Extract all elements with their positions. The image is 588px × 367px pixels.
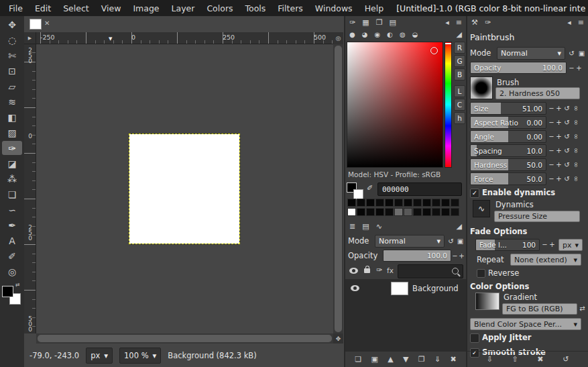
color-history-swatch[interactable] [385, 208, 394, 216]
crop-tool-button[interactable]: ⊡ [2, 64, 22, 78]
device-status-tab-icon[interactable]: ✑ [485, 18, 491, 27]
paths-tab-icon[interactable]: ∿ [376, 222, 382, 231]
restore-preset-button[interactable]: ⇧ [512, 355, 518, 364]
hardness-increase-icon[interactable]: + [555, 160, 563, 170]
layer-list[interactable]: Background [345, 279, 466, 352]
size-link-icon[interactable]: ∞ [573, 103, 580, 113]
paint-mode-select[interactable]: Normal ▾ [497, 47, 565, 60]
reset-options-button[interactable]: ↺ [563, 355, 569, 364]
channel-c-button[interactable]: C [454, 99, 465, 111]
angle-slider[interactable]: Angle 0.00 [470, 130, 546, 143]
brushes-tab-icon[interactable]: ✑ [349, 18, 355, 27]
spacing-slider[interactable]: Spacing 10.0 [470, 144, 546, 157]
menu-file[interactable]: File [3, 3, 29, 13]
color-history-swatch[interactable] [413, 199, 422, 207]
color-history-swatch[interactable] [413, 208, 422, 216]
hue-strip[interactable] [445, 42, 452, 168]
opacity-increase-icon[interactable]: + [458, 251, 465, 261]
layer-mode-select[interactable]: Normal ▾ [375, 235, 445, 248]
watercolor-selector-icon[interactable]: ◉ [374, 31, 380, 38]
color-history-swatch[interactable] [451, 208, 459, 216]
menu-filters[interactable]: Filters [272, 3, 308, 13]
navigation-button[interactable]: ✥ [333, 333, 343, 344]
paths-tool-button[interactable]: ✒ [2, 218, 22, 232]
vertical-ruler[interactable]: 250 0 250 500 [24, 44, 36, 333]
spacing-increase-icon[interactable]: + [555, 146, 563, 156]
layer-name[interactable]: Background [412, 284, 459, 293]
layer-visibility-icon[interactable] [351, 285, 359, 291]
legacy-mode-icon[interactable]: ▣ [578, 48, 585, 58]
dynamics-name-button[interactable]: Pressure Size [494, 211, 580, 222]
paintbrush-tool-button[interactable]: ✑ [2, 141, 22, 155]
fade-increase-icon[interactable]: + [548, 240, 556, 250]
angle-reset-icon[interactable]: ↺ [563, 132, 571, 142]
color-history-swatch[interactable] [347, 199, 356, 207]
fade-unit-select[interactable]: px ▾ [558, 239, 583, 251]
channel-l-button[interactable]: L [454, 85, 465, 97]
color-history-swatch[interactable] [432, 208, 440, 216]
layer-effects-icon[interactable]: fx [387, 266, 394, 274]
wheel-selector-icon[interactable]: ◐ [387, 31, 393, 38]
color-history-swatch[interactable] [404, 208, 412, 216]
force-decrease-icon[interactable]: − [548, 174, 555, 184]
force-reset-icon[interactable]: ↺ [563, 174, 571, 184]
color-history-swatch[interactable] [347, 208, 356, 216]
fade-decrease-icon[interactable]: − [541, 240, 548, 250]
menu-view[interactable]: View [95, 3, 127, 13]
clone-tool-button[interactable]: ❏ [2, 187, 22, 201]
force-increase-icon[interactable]: + [555, 174, 563, 184]
ruler-origin-button[interactable]: ▶ [24, 32, 36, 44]
patterns-tab-icon[interactable]: ▦ [362, 18, 369, 27]
tab-scroll-icon[interactable]: ◂ [567, 18, 571, 27]
color-history-swatch[interactable] [394, 199, 403, 207]
zoom-tool-button[interactable]: ◎ [2, 264, 22, 278]
free-select-tool-button[interactable]: ◌ [2, 33, 22, 47]
eyedropper-icon[interactable]: ✐ [367, 184, 373, 193]
dock-corner-tab-icon[interactable]: ◢ [457, 222, 462, 231]
aspect-reset-icon[interactable]: ↺ [563, 117, 571, 127]
color-history-swatch[interactable] [432, 199, 440, 207]
size-decrease-icon[interactable]: − [548, 103, 555, 113]
foreground-color-swatch[interactable] [2, 286, 13, 297]
opacity-increase-icon[interactable]: + [575, 63, 583, 73]
scissors-select-tool-button[interactable]: ✄ [2, 48, 22, 62]
hue-marker[interactable] [445, 43, 451, 44]
dock-menu-icon[interactable]: ≡ [578, 18, 584, 27]
new-layer-button[interactable]: ❏ [355, 355, 361, 364]
menu-colors[interactable]: Colors [200, 3, 239, 13]
canvas-viewport[interactable] [36, 44, 333, 333]
hex-color-input[interactable] [377, 182, 462, 196]
horizontal-ruler[interactable]: -250 0 250 500 ▼ [36, 32, 333, 44]
duplicate-layer-button[interactable]: ❐ [418, 355, 425, 364]
channel-g-button[interactable]: G [454, 55, 465, 67]
color-history-swatch[interactable] [394, 208, 403, 216]
size-reset-icon[interactable]: ↺ [563, 103, 571, 113]
images-tab-icon[interactable]: ▤ [390, 18, 396, 27]
enable-dynamics-label[interactable]: Enable dynamics [482, 188, 555, 197]
gradient-name-button[interactable]: FG to BG (RGB) [502, 303, 577, 315]
warp-transform-tool-button[interactable]: ≋ [2, 95, 22, 109]
color-history-swatch[interactable] [375, 199, 384, 207]
channel-b-button[interactable]: B [454, 68, 465, 81]
channel-h-button[interactable]: h [454, 112, 465, 124]
menu-help[interactable]: Help [359, 3, 390, 13]
reverse-checkbox[interactable] [477, 269, 485, 278]
lower-layer-button[interactable]: ▼ [403, 355, 408, 364]
new-group-button[interactable]: ▣ [371, 355, 377, 364]
tab-scroll-icon[interactable]: ◂ [445, 18, 449, 27]
apply-jitter-checkbox[interactable] [470, 333, 479, 343]
legacy-mode-icon[interactable]: ▣ [457, 236, 464, 246]
aspect-ratio-slider[interactable]: Aspect Ratio 0.00 [470, 116, 546, 129]
menu-image[interactable]: Image [127, 3, 165, 13]
blend-color-space-select[interactable]: Blend Color Space Per... ▾ [470, 318, 581, 330]
cmyk-selector-icon[interactable]: ◕ [362, 31, 368, 38]
force-slider[interactable]: Force 50.0 [470, 172, 546, 185]
vertical-scrollbar-thumb[interactable] [335, 46, 342, 332]
angle-decrease-icon[interactable]: − [548, 132, 555, 142]
scales-selector-icon[interactable]: ◒ [412, 31, 418, 38]
lock-icon[interactable] [364, 268, 370, 273]
channels-tab-icon[interactable]: ▤ [362, 222, 369, 231]
color-history-swatch[interactable] [441, 208, 450, 216]
document-history-tab-icon[interactable]: ❐ [376, 18, 383, 27]
color-history-swatch[interactable] [441, 199, 450, 207]
